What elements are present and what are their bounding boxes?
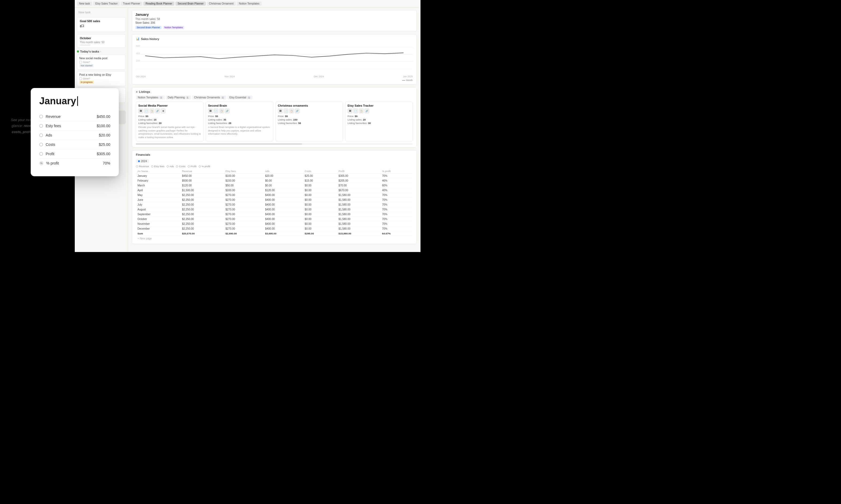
float-radio-fees[interactable] [39,124,43,128]
tab-daily-planning[interactable]: Daily Planning 1 [166,95,191,100]
listing-card-brain: Second Brain 🖼 📄 📋 🔗 Price: $5 Listing s… [206,102,273,141]
float-radio-revenue[interactable] [39,115,43,119]
col-fees[interactable]: Etsy fees [151,165,165,168]
row-pct: 70% [380,193,413,198]
col-ads[interactable]: Ads [167,165,174,168]
row-pct: 60% [380,183,413,188]
xmas-icon-1: 🖼 [278,109,283,113]
etsy-icon-1: 🖼 [348,109,353,113]
float-label-revenue: Revenue [46,114,61,119]
row-costs: $0.00 [303,202,337,207]
task-listing-done: Done? [83,77,90,80]
tab-etsy-essential[interactable]: Etsy Essential 1 [227,95,253,100]
tab-reading[interactable]: Reading Book Planner [143,2,174,5]
listing-christmas-title: Christmas ornaments [278,104,341,107]
goal-card: Goal 500 sales 🏷 [77,17,126,32]
right-main: January This month sales: 58 Store Sales… [128,7,420,252]
col-header-fees: Etsy fees [224,169,263,174]
row-profit: $1,580.00 [337,212,380,217]
col-pct[interactable]: % profit [199,165,210,168]
row-profit: $70.00 [337,183,380,188]
xmas-icon-3: 📋 [289,109,294,113]
tab-notion[interactable]: Notion Templates [237,2,262,5]
row-revenue: $2,250.00 [181,207,224,212]
new-page-button[interactable]: + New page [136,236,413,241]
total-ads: $3,695.00 [263,231,303,236]
listing-etsy-sales: Listing sales: 20 [348,118,410,121]
listing-social-title: Social Media Planner [138,104,201,107]
float-value-pct: 70% [103,161,110,165]
radio-revenue [136,165,138,167]
etsy-icon-4: 🔗 [364,109,369,113]
row-profit: $1,580.00 [337,221,380,227]
task-listing-checkbox[interactable] [79,77,82,80]
row-fees: $150.00 [224,178,263,183]
floating-january-card: January Revenue $450.00 Esty fees $100.0… [31,88,119,176]
col-profit[interactable]: Profit [188,165,196,168]
row-fees: $100.00 [224,174,263,178]
tasks-title: Today's tasks [80,50,99,53]
row-profit: $1,580.00 [337,198,380,202]
tab-second-brain[interactable]: Second Brain Planner [175,2,206,5]
float-radio-profit[interactable] [39,152,43,156]
january-section: January This month sales: 58 Store Sales… [132,10,417,32]
float-label-ads: Ads [46,133,52,137]
col-revenue[interactable]: Revenue [136,165,149,168]
row-costs: $25.00 [303,174,337,178]
january-store-sales: Store Sales: 206 [135,21,413,24]
row-pct: 46% [380,178,413,183]
row-revenue: $2,250.00 [181,198,224,202]
row-name: March [136,183,181,188]
listing-christmas-price: Price: $5 [278,115,341,118]
tab-notion-templates[interactable]: Notion Templates 1 [136,95,165,100]
january-tag-notion[interactable]: Notion Templates [163,26,184,29]
listing-christmas-sales: Listing sales: 150 [278,118,341,121]
col-header-costs: Costs [303,169,337,174]
row-fees: $270.00 [224,198,263,202]
listings-scrollbar[interactable] [136,143,413,145]
row-ads: $400.00 [263,227,303,231]
year-badge[interactable]: 2024 [136,159,149,163]
tasks-dot [77,50,79,53]
col-costs[interactable]: Costs [176,165,185,168]
svg-text:40: 40 [136,52,140,54]
row-ads: $0.00 [263,183,303,188]
task-social-checkbox[interactable] [79,61,82,64]
float-value-profit: $305.00 [97,152,110,156]
tab-travel[interactable]: Travel Planner [121,2,142,5]
float-label-costs: Costs [46,142,55,147]
tasks-arrow[interactable]: › [100,50,101,53]
task-listing-title: Post a new listing on Etsy [79,73,123,76]
new-task-button[interactable]: New task [77,10,126,15]
row-fees: $100.00 [224,188,263,193]
row-fees: $270.00 [224,207,263,212]
tab-christmas[interactable]: Christmas Ornament [207,2,236,5]
table-row: December $2,250.00 $270.00 $400.00 $0.00… [136,227,413,231]
float-radio-costs[interactable] [39,143,43,146]
sales-history-title: Sales history [141,37,159,40]
float-value-fees: $100.00 [97,124,110,128]
tab-christmas-ornaments[interactable]: Christmas Ornaments 1 [192,95,226,100]
listing-etsy-title: Etsy Sales Tracker [348,104,410,107]
etsy-icon-3: 📋 [359,109,364,113]
october-meta: This month sales: 50 [80,41,123,44]
float-radio-ads[interactable] [39,133,43,137]
row-pct: 70% [380,174,413,178]
row-profit: $305.00 [337,174,380,178]
radio-pct [199,165,201,167]
tab-new-task[interactable]: New task [77,2,92,5]
row-profit: $205.00 [337,178,380,183]
brain-icon-3: 📋 [219,109,224,113]
financials-column-toggles: Revenue Etsy fees Ads Costs [136,165,413,168]
xmas-icon-2: 📄 [284,109,288,113]
table-row: January $450.00 $100.00 $20.00 $25.00 $3… [136,174,413,178]
chart-x-labels: Oct 2024 Nov 2024 Dec 2024 Jan 2025 [136,75,413,78]
float-row-pct: % % profit 70% [39,159,110,168]
tab-etsy-tracker[interactable]: Etsy Sales Tracker [93,2,120,5]
row-name: April [136,188,181,193]
row-profit: $1,580.00 [337,227,380,231]
listings-grid: Social Media Planner 🖼 📄 📋 🔗 ⚙ Price: $5… [136,102,413,141]
january-tag-second-brain[interactable]: Second Brain Planner [135,26,161,29]
col-header-name: An Name [136,169,181,174]
float-row-profit: Profit $305.00 [39,149,110,159]
